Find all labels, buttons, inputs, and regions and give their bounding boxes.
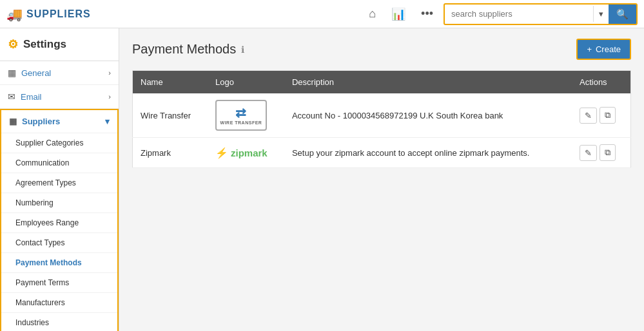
sidebar-item-email[interactable]: ✉ Email › xyxy=(0,85,119,109)
truck-icon: 🚚 xyxy=(6,6,23,22)
gear-icon: ⚙ xyxy=(8,37,18,52)
create-button[interactable]: + Create xyxy=(576,39,631,60)
chevron-down-icon: ▾ xyxy=(105,117,110,126)
sidebar-item-communication[interactable]: Communication xyxy=(1,153,117,173)
sidebar-item-suppliers[interactable]: ▦ Suppliers ▾ xyxy=(1,110,117,133)
create-btn-label: Create xyxy=(596,44,621,54)
col-name: Name xyxy=(133,71,208,94)
page-title: Payment Methods xyxy=(132,42,236,57)
sidebar-item-employees-range[interactable]: Employees Range xyxy=(1,213,117,232)
edit-button[interactable]: ✎ xyxy=(580,108,597,124)
row-description: Account No - 1000034568972199 U.K South … xyxy=(284,93,572,138)
suppliers-section: ▦ Suppliers ▾ Supplier Categories Commun… xyxy=(0,109,119,331)
row-name: Wire Transfer xyxy=(133,93,208,138)
email-icon: ✉ xyxy=(8,91,15,102)
row-description: Setup your zipmark account to accept onl… xyxy=(284,138,572,168)
row-actions: ✎ ⧉ xyxy=(572,93,631,138)
search-submit-button[interactable]: 🔍 xyxy=(609,5,636,24)
zipmark-label: zipmark xyxy=(231,147,268,158)
create-plus-icon: + xyxy=(587,44,592,54)
info-icon[interactable]: ℹ xyxy=(241,44,244,55)
brand-name: SUPPLIERS xyxy=(26,8,91,20)
table-header-row: Name Logo Description Actions xyxy=(133,71,631,94)
suppliers-icon: ▦ xyxy=(9,117,17,126)
search-dropdown-button[interactable]: ▾ xyxy=(593,6,609,22)
sidebar-item-manufacturers[interactable]: Manufacturers xyxy=(1,292,117,312)
col-logo: Logo xyxy=(208,71,284,94)
settings-label: Settings xyxy=(23,38,66,51)
wire-transfer-logo: ⇄ WIRE TRANSFER xyxy=(215,100,267,131)
sidebar-item-supplier-categories[interactable]: Supplier Categories xyxy=(1,133,117,153)
table-row: Wire Transfer ⇄ WIRE TRANSFER Account No… xyxy=(133,93,631,138)
copy-button[interactable]: ⧉ xyxy=(600,144,616,161)
home-button[interactable]: ⌂ xyxy=(364,5,381,23)
row-name: Zipmark xyxy=(133,138,208,168)
more-button[interactable]: ••• xyxy=(416,5,438,23)
charts-button[interactable]: 📊 xyxy=(386,5,411,24)
col-description: Description xyxy=(284,71,572,94)
sidebar-item-payment-terms[interactable]: Payment Terms xyxy=(1,272,117,292)
top-nav: 🚚 SUPPLIERS ⌂ 📊 ••• ▾ 🔍 xyxy=(0,0,644,28)
sidebar-item-general-label: General xyxy=(21,68,51,78)
payment-methods-table: Name Logo Description Actions Wire Trans… xyxy=(132,70,631,168)
sidebar: ⚙ Settings ▦ General › ✉ Email › ▦ Sup xyxy=(0,28,119,331)
settings-header: ⚙ Settings xyxy=(0,28,119,61)
sidebar-item-suppliers-label: Suppliers xyxy=(22,117,60,126)
chevron-right-icon: › xyxy=(108,93,111,100)
copy-button[interactable]: ⧉ xyxy=(600,107,616,124)
row-logo: ⇄ WIRE TRANSFER xyxy=(208,93,284,138)
sidebar-item-contact-types[interactable]: Contact Types xyxy=(1,232,117,252)
sidebar-item-payment-methods[interactable]: Payment Methods xyxy=(1,252,117,272)
arrows-icon: ⇄ xyxy=(235,106,247,119)
edit-button[interactable]: ✎ xyxy=(580,145,597,161)
sidebar-item-general[interactable]: ▦ General › xyxy=(0,61,119,85)
content-area: Payment Methods ℹ + Create Name Logo Des… xyxy=(119,28,644,331)
zipmark-z-icon: ⚡ xyxy=(215,147,228,159)
zipmark-logo: ⚡ zipmark xyxy=(215,147,277,159)
sidebar-item-numbering[interactable]: Numbering xyxy=(1,193,117,213)
col-actions: Actions xyxy=(572,71,631,94)
table-row: Zipmark ⚡ zipmark Setup your zipmark acc… xyxy=(133,138,631,168)
wire-transfer-text: WIRE TRANSFER xyxy=(220,120,262,125)
sidebar-item-industries[interactable]: Industries xyxy=(1,312,117,331)
page-header: Payment Methods ℹ + Create xyxy=(132,39,631,60)
row-logo: ⚡ zipmark xyxy=(208,138,284,168)
search-container: ▾ 🔍 xyxy=(444,3,638,25)
main-layout: ⚙ Settings ▦ General › ✉ Email › ▦ Sup xyxy=(0,28,644,331)
sidebar-item-email-label: Email xyxy=(21,92,42,102)
general-icon: ▦ xyxy=(8,68,16,78)
row-actions: ✎ ⧉ xyxy=(572,138,631,168)
search-input[interactable] xyxy=(445,6,593,22)
sidebar-item-agreement-types[interactable]: Agreement Types xyxy=(1,173,117,193)
chevron-right-icon: › xyxy=(108,69,111,77)
brand-logo: 🚚 SUPPLIERS xyxy=(6,6,91,22)
